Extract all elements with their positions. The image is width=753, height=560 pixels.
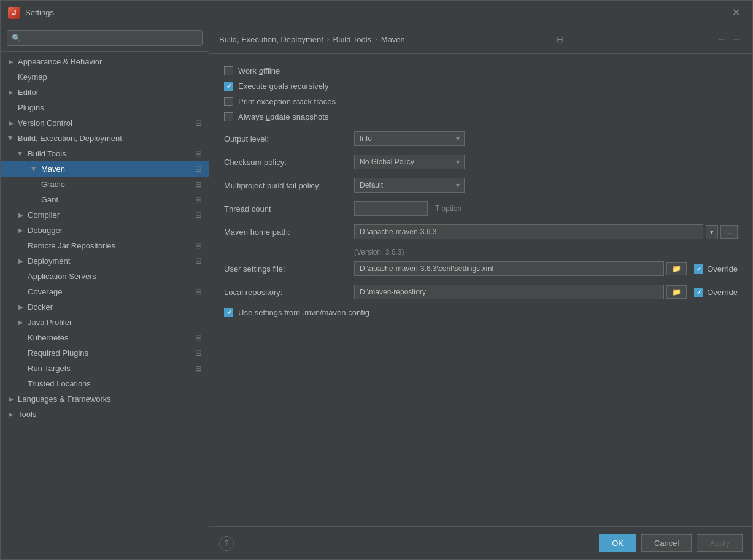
cancel-button[interactable]: Cancel [641,534,692,552]
search-input[interactable] [7,30,203,46]
breadcrumb-maven: Maven [381,35,405,44]
sidebar-item-keymap[interactable]: ▶ Keymap [1,69,209,85]
sync-badge: ⊟ [194,349,203,358]
execute-goals-checkbox[interactable] [224,82,233,91]
sidebar-item-label: Run Targets [28,364,194,373]
app-icon: J [8,7,20,19]
sidebar-item-required-plugins[interactable]: ▶ Required Plugins ⊟ [1,345,209,361]
output-level-control: Debug Info Warn Error [354,131,738,146]
sidebar-item-label: Version Control [18,118,194,128]
sidebar-item-version-control[interactable]: ▶ Version Control ⊟ [1,115,209,131]
sidebar-item-label: Plugins [18,103,203,112]
sidebar-item-tools[interactable]: ▶ Tools [1,407,209,422]
sidebar-item-app-servers[interactable]: ▶ Application Servers [1,269,209,284]
sidebar-item-compiler[interactable]: ▶ Compiler ⊟ [1,207,209,223]
maven-home-browse-btn[interactable]: ... [720,225,738,239]
sync-badge: ⊟ [194,242,203,250]
sidebar-item-appearance[interactable]: ▶ Appearance & Behavior [1,54,209,69]
sidebar-item-debugger[interactable]: ▶ Debugger [1,223,209,238]
local-repository-browse-btn[interactable]: 📁 [666,285,687,299]
nav-forward-button[interactable]: → [730,33,743,46]
breadcrumb-sep-1: › [327,36,330,43]
sidebar: 🔍 ▶ Appearance & Behavior ▶ Keymap ▶ [1,25,209,559]
local-repository-input[interactable] [354,285,664,299]
close-button[interactable]: ✕ [727,4,745,21]
expand-arrow: ▶ [7,88,15,97]
maven-home-dropdown-btn[interactable]: ▾ [706,225,718,239]
breadcrumb: Build, Execution, Deployment › Build Too… [209,25,752,54]
expand-arrow: ▶ [17,303,25,312]
sync-badge: ⊟ [194,165,203,174]
search-icon: 🔍 [12,34,21,42]
expand-arrow: ▶ [17,211,25,220]
sidebar-item-maven[interactable]: ▶ Maven ⊟ [1,161,209,177]
sync-badge: ⊟ [194,257,203,266]
print-exception-checkbox[interactable] [224,97,233,106]
sidebar-item-languages[interactable]: ▶ Languages & Frameworks [1,391,209,407]
sidebar-item-run-targets[interactable]: ▶ Run Targets ⊟ [1,361,209,376]
multiproject-policy-row: Multiproject build fail policy: Default … [224,178,738,193]
sidebar-item-plugins[interactable]: ▶ Plugins [1,100,209,115]
print-exception-row: Print exception stack traces [224,97,738,106]
ok-button[interactable]: OK [599,534,636,552]
always-update-checkbox[interactable] [224,112,233,121]
user-settings-override: Override [694,264,738,274]
expand-arrow: ▶ [17,257,25,266]
nav-arrows: ← → [716,33,743,46]
sidebar-item-coverage[interactable]: ▶ Coverage ⊟ [1,284,209,299]
title-bar: J Settings ✕ [1,1,752,25]
sidebar-item-label: Debugger [28,226,203,235]
output-level-dropdown[interactable]: Debug Info Warn Error [354,131,465,146]
expand-arrow: ▶ [7,410,15,419]
thread-count-input[interactable] [354,201,428,216]
sidebar-item-gradle[interactable]: ▶ Gradle ⊟ [1,177,209,192]
use-settings-checkbox[interactable] [224,308,233,317]
sidebar-item-java-profiler[interactable]: ▶ Java Profiler [1,315,209,330]
sidebar-item-label: Java Profiler [28,318,203,327]
sidebar-item-label: Tools [18,410,203,419]
local-repository-override-checkbox[interactable] [694,288,703,297]
local-repository-label: Local repository: [224,288,347,297]
breadcrumb-close[interactable]: ⊟ [554,33,566,45]
sidebar-item-editor[interactable]: ▶ Editor [1,85,209,100]
expand-arrow: ▶ [17,150,25,158]
dialog-title: Settings [25,8,727,17]
help-button[interactable]: ? [219,536,234,551]
sync-badge: ⊟ [194,196,203,204]
multiproject-policy-dropdown[interactable]: Default Fail At End Never Fail [354,178,465,193]
user-settings-override-checkbox[interactable] [694,264,703,274]
user-settings-browse-btn[interactable]: 📁 [666,262,687,275]
user-settings-input[interactable] [354,261,664,276]
sidebar-item-label: Kubernetes [28,333,194,342]
multiproject-policy-label: Multiproject build fail policy: [224,181,347,190]
sidebar-item-trusted-locations[interactable]: ▶ Trusted Locations [1,376,209,391]
sync-badge: ⊟ [194,334,203,342]
sidebar-item-label: Compiler [28,210,194,220]
sidebar-item-kubernetes[interactable]: ▶ Kubernetes ⊟ [1,330,209,345]
sidebar-item-deployment[interactable]: ▶ Deployment ⊟ [1,253,209,269]
sidebar-item-gant[interactable]: ▶ Gant ⊟ [1,192,209,207]
t-option-label: -T option [433,204,461,213]
user-settings-control: 📁 [354,261,687,276]
work-offline-row: Work offline [224,66,738,75]
sidebar-item-build-tools[interactable]: ▶ Build Tools ⊟ [1,146,209,161]
sync-badge: ⊟ [194,364,203,373]
footer: ? OK Cancel Apply [209,526,752,559]
thread-count-label: Thread count [224,204,347,213]
thread-count-control: -T option [354,201,738,216]
work-offline-checkbox[interactable] [224,66,233,75]
nav-back-button[interactable]: ← [716,33,728,46]
user-settings-override-label: Override [707,264,738,274]
sidebar-item-build-exec[interactable]: ▶ Build, Execution, Deployment [1,131,209,146]
sidebar-item-docker[interactable]: ▶ Docker [1,299,209,315]
breadcrumb-sep-2: › [375,36,377,43]
sidebar-item-remote-jar[interactable]: ▶ Remote Jar Repositories ⊟ [1,238,209,253]
work-offline-label: Work offline [238,66,280,75]
maven-home-input[interactable] [354,224,703,239]
sidebar-tree: ▶ Appearance & Behavior ▶ Keymap ▶ Edito… [1,52,209,559]
sidebar-item-label: Remote Jar Repositories [28,241,194,250]
sidebar-item-label: Gant [41,195,194,204]
checksum-policy-dropdown[interactable]: No Global Policy Fail Warn Ignore [354,155,465,169]
sidebar-item-label: Required Plugins [28,348,194,358]
apply-button[interactable]: Apply [697,534,743,552]
